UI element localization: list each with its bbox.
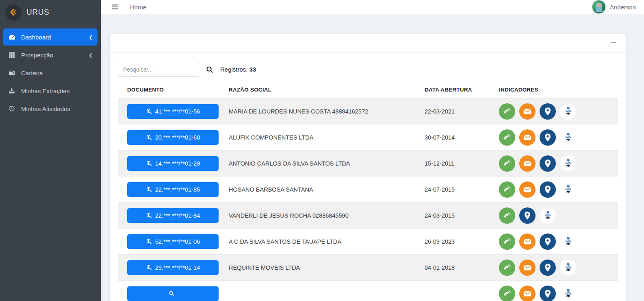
location-indicator[interactable] — [540, 181, 556, 198]
person-share-indicator[interactable] — [560, 129, 576, 146]
table-row: 22.***.***/**01-84 VANDERLI DE JESUS ROC… — [118, 203, 618, 229]
tachometer-icon — [8, 33, 16, 41]
phone-indicator[interactable] — [499, 129, 515, 146]
document-button[interactable]: 29.***.***/**01-14 — [127, 260, 219, 275]
chevron-left-icon: ❮ — [89, 34, 93, 40]
brand-name: URUS — [26, 8, 49, 17]
email-indicator[interactable] — [519, 286, 536, 301]
content-area: Registros: 33 DOCUMENTO RAZÃO SOCIAL DAT… — [101, 14, 644, 301]
phone-indicator[interactable] — [499, 181, 515, 198]
grid-icon — [8, 51, 16, 59]
column-header-indicadores: INDICADORES — [499, 87, 618, 93]
search-icon[interactable] — [205, 65, 214, 74]
sidebar-item-dashboard[interactable]: Dashboard ❮ — [3, 28, 98, 46]
person-share-indicator[interactable] — [560, 103, 576, 120]
column-header-data-abertura: DATA ABERTURA — [425, 87, 499, 93]
razao-social-cell: ANTONIO CARLOS DA SILVA SANTOS LTDA — [229, 160, 425, 167]
wallet-icon — [8, 69, 16, 77]
records-card: Registros: 33 DOCUMENTO RAZÃO SOCIAL DAT… — [110, 34, 626, 301]
download-icon — [8, 87, 16, 95]
phone-indicator[interactable] — [499, 286, 515, 301]
email-indicator[interactable] — [519, 129, 536, 146]
sidebar-item-prospeccao[interactable]: Prospecção ❮ — [3, 46, 98, 63]
sidebar-item-minhas-atividades[interactable]: Minhas Atividades — [3, 100, 98, 117]
data-abertura-cell: 04-01-2018 — [425, 264, 499, 271]
table-row: 22.***.***/**01-85 HOSANO BARBOSA SANTAN… — [118, 177, 618, 203]
email-indicator[interactable] — [519, 233, 536, 250]
column-header-documento: DOCUMENTO — [118, 87, 229, 93]
document-button[interactable]: 14.***.***/**01-29 — [127, 156, 219, 171]
indicators-cell — [499, 103, 618, 120]
search-input[interactable] — [118, 62, 199, 77]
person-share-indicator[interactable] — [560, 233, 576, 250]
indicators-cell — [499, 233, 618, 250]
razao-social-cell: A C DA SILVA SANTOS DE TAUAPE LTDA — [229, 238, 425, 245]
person-share-indicator[interactable] — [560, 260, 576, 276]
document-button[interactable]: 22.***.***/**01-85 — [127, 182, 219, 197]
email-indicator[interactable] — [519, 155, 536, 172]
document-button[interactable]: 20.***.***/**01-60 — [127, 130, 219, 145]
document-cell: 22.***.***/**01-84 — [118, 208, 229, 223]
table-toolbar: Registros: 33 — [118, 62, 618, 77]
sidebar-item-carteira[interactable]: Carteira — [3, 64, 98, 81]
location-indicator[interactable] — [540, 286, 556, 301]
location-indicator[interactable] — [540, 129, 556, 146]
document-cell — [118, 286, 229, 301]
records-count: Registros: 33 — [220, 66, 256, 73]
document-button[interactable]: 41.***.***/**01-56 — [127, 104, 219, 119]
person-share-indicator[interactable] — [540, 207, 556, 224]
person-share-indicator[interactable] — [560, 181, 576, 198]
brand[interactable]: URUS — [0, 0, 101, 24]
indicators-cell — [499, 155, 618, 172]
user-name: Anderson — [610, 4, 636, 11]
document-button-label: 14.***.***/**01-29 — [155, 160, 200, 167]
table-header: DOCUMENTO RAZÃO SOCIAL DATA ABERTURA IND… — [118, 83, 618, 98]
document-button[interactable]: 22.***.***/**01-84 — [127, 208, 219, 223]
indicators-cell — [499, 260, 618, 276]
email-indicator[interactable] — [519, 181, 536, 198]
data-abertura-cell: 24-03-2015 — [425, 212, 499, 219]
topbar: Home Anderson — [101, 0, 644, 14]
card-body: Registros: 33 DOCUMENTO RAZÃO SOCIAL DAT… — [110, 53, 626, 301]
email-indicator[interactable] — [519, 103, 536, 120]
location-indicator[interactable] — [540, 260, 556, 276]
phone-indicator[interactable] — [499, 207, 515, 224]
table-row — [118, 281, 618, 301]
sidebar: URUS Dashboard ❮ Prospecção — [0, 0, 101, 301]
person-share-indicator[interactable] — [560, 155, 576, 172]
table-row: 29.***.***/**01-14 REQUINTE MOVEIS LTDA … — [118, 255, 618, 281]
document-button-label: 29.***.***/**01-14 — [155, 264, 200, 271]
table-row: 41.***.***/**01-56 MARIA DE LOURDES NUNE… — [118, 98, 618, 124]
phone-indicator[interactable] — [499, 103, 515, 120]
chevron-left-icon: ❮ — [89, 52, 93, 58]
razao-social-cell: REQUINTE MOVEIS LTDA — [229, 264, 425, 271]
table-body: 41.***.***/**01-56 MARIA DE LOURDES NUNE… — [118, 98, 618, 301]
document-button[interactable]: 52.***.***/**01-06 — [127, 234, 219, 249]
razao-social-cell: VANDERLI DE JESUS ROCHA 02886845590 — [229, 212, 425, 219]
collapse-icon[interactable] — [611, 42, 616, 43]
breadcrumb[interactable]: Home — [130, 4, 146, 11]
email-indicator[interactable] — [519, 260, 536, 276]
indicators-cell — [499, 207, 618, 224]
indicators-cell — [499, 286, 618, 301]
phone-indicator[interactable] — [499, 260, 515, 276]
location-indicator[interactable] — [540, 155, 556, 172]
sidebar-item-label: Carteira — [21, 70, 93, 76]
location-indicator[interactable] — [540, 103, 556, 120]
document-button[interactable] — [127, 286, 219, 301]
user-menu[interactable]: Anderson — [592, 0, 636, 14]
data-abertura-cell: 30-07-2014 — [425, 134, 499, 141]
records-label: Registros: — [220, 66, 248, 73]
location-indicator[interactable] — [540, 233, 556, 250]
phone-indicator[interactable] — [499, 155, 515, 172]
sidebar-item-minhas-extracoes[interactable]: Minhas Extrações — [3, 82, 98, 99]
indicators-cell — [499, 129, 618, 146]
menu-toggle-icon[interactable] — [110, 2, 120, 12]
location-indicator[interactable] — [519, 207, 536, 224]
table-row: 14.***.***/**01-29 ANTONIO CARLOS DA SIL… — [118, 150, 618, 177]
document-cell: 14.***.***/**01-29 — [118, 156, 229, 171]
person-share-indicator[interactable] — [560, 286, 576, 301]
phone-indicator[interactable] — [499, 233, 515, 250]
document-button-label: 20.***.***/**01-60 — [155, 134, 200, 141]
document-button-label: 22.***.***/**01-85 — [155, 186, 200, 193]
